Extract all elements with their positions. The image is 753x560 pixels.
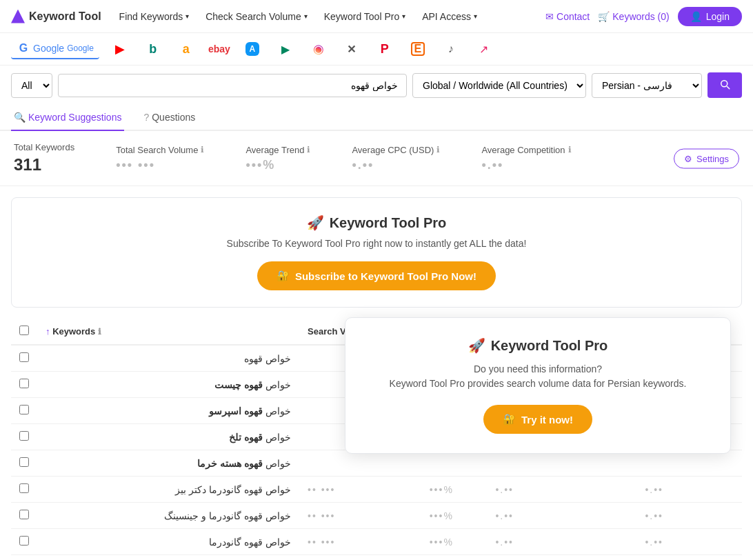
appstore-icon: A (245, 42, 259, 56)
keywords-cart-button[interactable]: 🛒 Keywords (0) (598, 11, 669, 22)
pinterest-icon: P (378, 42, 392, 56)
keyword-cell: خواص قهوه (37, 345, 299, 372)
play-store-icon: ▶ (279, 42, 292, 56)
search-volume-cell: •• ••• (299, 477, 421, 503)
rocket-icon: 🚀 (307, 214, 324, 231)
promo-box: 🚀 Keyword Tool Pro Subscribe To Keyword … (11, 197, 742, 308)
avg-cpc-cell (487, 450, 636, 477)
nav-api-access[interactable]: API Access ▾ (415, 8, 484, 25)
door-enter-icon: 🔐 (277, 270, 290, 282)
keyword-cell: خواص قهوه هسته خرما (37, 450, 299, 477)
engine-tab-amazon[interactable]: a (174, 39, 199, 59)
settings-button[interactable]: ⚙ Settings (674, 148, 739, 168)
stats-bar: Total Keywords 311 Total Search Volume ℹ… (0, 131, 753, 186)
stat-average-competition: Average Competition ℹ •.•• (481, 145, 571, 172)
total-search-volume-value: ••• ••• (116, 158, 204, 172)
row-checkbox-4[interactable] (19, 457, 29, 467)
avg-cpc-cell: •.•• (487, 555, 636, 561)
engine-tab-youtube[interactable]: ▶ (108, 39, 132, 59)
youtube-icon: ▶ (113, 42, 127, 56)
search-volume-cell: •• ••• (299, 529, 421, 555)
sort-up-icon[interactable]: ↑ (46, 326, 50, 337)
promo-subscribe-button[interactable]: 🔐 Subscribe to Keyword Tool Pro Now! (257, 261, 496, 290)
average-trend-value: •••% (245, 158, 310, 172)
nav-check-search-volume[interactable]: Check Search Volume ▾ (199, 8, 314, 25)
search-language-select[interactable]: Persian - فارسی (592, 73, 702, 98)
tiktok-icon: ♪ (444, 42, 458, 56)
search-small-icon: 🔍 (14, 112, 26, 123)
row-checkbox-2[interactable] (19, 405, 29, 414)
keyword-cell: خواص قهوه تلخ (37, 424, 299, 450)
search-volume-cell: •• ••• (299, 555, 421, 561)
info-icon-keywords[interactable]: ℹ (98, 327, 101, 337)
caret-icon: ▾ (304, 12, 308, 20)
trend-cell: •••% (421, 555, 488, 561)
nav-find-keywords[interactable]: Find Keywords ▾ (112, 8, 197, 25)
engine-tab-news[interactable]: ↗ (472, 39, 496, 59)
row-checkbox-7[interactable] (19, 536, 29, 546)
ebay-icon: ebay (212, 42, 226, 56)
competition-cell: •.•• (636, 529, 742, 555)
contact-button[interactable]: ✉ Contact (545, 11, 590, 22)
search-type-select[interactable]: All (11, 73, 52, 98)
engine-tab-bing[interactable]: b (141, 39, 165, 59)
caret-icon: ▾ (185, 12, 189, 20)
engine-label-google: Google (33, 43, 64, 54)
competition-cell: •.•• (636, 477, 742, 503)
tab-questions[interactable]: ? Questions (141, 105, 198, 130)
engine-tab-play[interactable]: ▶ (273, 39, 298, 59)
logo-icon (11, 10, 25, 23)
cart-icon: 🛒 (598, 11, 610, 22)
login-button[interactable]: 👤 Login (678, 7, 742, 26)
total-keywords-value: 311 (14, 155, 74, 174)
trend-cell: •••% (421, 503, 488, 529)
search-input[interactable] (58, 74, 407, 97)
search-country-select[interactable]: Global / Worldwide (All Countries) (412, 73, 586, 98)
keyword-cell: خواص قهوه تلخ برای زنان (37, 555, 299, 561)
keyword-cell: خواص قهوه گانودرما (37, 529, 299, 555)
etsy-icon: E (411, 42, 425, 56)
envelope-icon: ✉ (545, 11, 554, 22)
keyword-tabs: 🔍 Keyword Suggestions ? Questions (0, 105, 753, 131)
popup-door-icon: 🔐 (503, 413, 516, 426)
row-checkbox-0[interactable] (19, 352, 29, 362)
engine-tab-appstore[interactable]: A (240, 39, 265, 59)
row-checkbox-6[interactable] (19, 510, 29, 519)
search-icon (719, 78, 731, 90)
twitter-x-icon: ✕ (345, 42, 359, 56)
info-icon[interactable]: ℹ (201, 145, 204, 154)
popup-try-button[interactable]: 🔐 Try it now! (483, 405, 592, 434)
table-row: خواص قهوه گانودرما دکتر بیز•• ••••••%•.•… (11, 477, 742, 503)
caret-icon: ▾ (474, 12, 477, 20)
popup-rocket-icon: 🚀 (468, 337, 485, 354)
user-icon: 👤 (690, 11, 702, 22)
search-button[interactable] (707, 72, 742, 98)
table-row: خواص قهوه هسته خرما (11, 450, 742, 477)
tab-keyword-suggestions[interactable]: 🔍 Keyword Suggestions (11, 105, 124, 131)
select-all-checkbox[interactable] (19, 326, 29, 335)
engine-tab-twitter[interactable]: ✕ (339, 39, 364, 59)
engine-tab-etsy[interactable]: E (405, 39, 430, 59)
engine-tab-google[interactable]: G Google Google (11, 39, 99, 59)
logo[interactable]: Keyword Tool (11, 10, 101, 23)
info-icon-trend[interactable]: ℹ (307, 145, 310, 154)
engine-tab-instagram[interactable]: ◉ (306, 39, 331, 59)
engine-tab-tiktok[interactable]: ♪ (439, 39, 463, 59)
info-icon-cpc[interactable]: ℹ (436, 145, 440, 154)
table-row: خواص قهوه گانودرما و جینسینگ•• ••••••%•.… (11, 503, 742, 529)
table-row: خواص قهوه تلخ برای زنان•• ••••••%•.•••.•… (11, 555, 742, 561)
nav-keyword-tool-pro[interactable]: Keyword Tool Pro ▾ (317, 8, 412, 25)
nav-items: Find Keywords ▾ Check Search Volume ▾ Ke… (112, 8, 545, 25)
instagram-icon: ◉ (312, 42, 325, 56)
engine-tab-ebay[interactable]: ebay (207, 39, 232, 59)
row-checkbox-3[interactable] (19, 431, 29, 441)
popup-text: Do you need this information? Keyword To… (365, 362, 711, 391)
engine-tab-pinterest[interactable]: P (372, 39, 397, 59)
row-checkbox-5[interactable] (19, 483, 29, 493)
row-checkbox-1[interactable] (19, 379, 29, 388)
stat-average-trend: Average Trend ℹ •••% (245, 145, 310, 172)
th-keywords: ↑ Keywords ℹ (37, 319, 299, 345)
info-icon-competition[interactable]: ℹ (568, 145, 572, 154)
keyword-cell: خواص قهوه گانودرما دکتر بیز (37, 477, 299, 503)
popup-box: 🚀 Keyword Tool Pro Do you need this info… (345, 317, 731, 454)
